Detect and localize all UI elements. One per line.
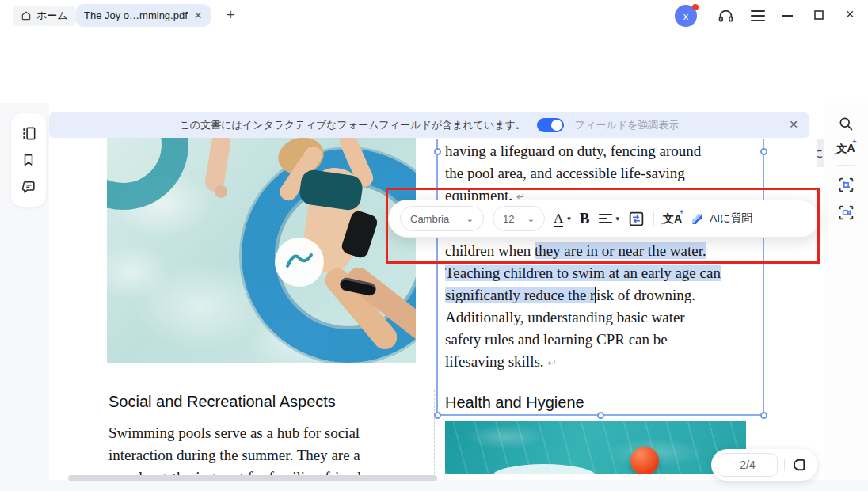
edit-toolbar: すべて編集 T+ + + # AIに質問 xyxy=(0,68,868,103)
bookmarks-panel-icon[interactable] xyxy=(21,153,36,167)
annotation-red-rectangle xyxy=(386,188,820,264)
highlight-fields-toggle[interactable] xyxy=(537,118,564,132)
white-float xyxy=(493,464,596,474)
screen-record-icon[interactable] xyxy=(838,204,855,221)
document-tab[interactable]: The Joy o…mming.pdf ✕ xyxy=(76,4,211,27)
selected-text: significantly reduce the r xyxy=(445,287,595,303)
page-indicator[interactable]: 2/4 xyxy=(718,453,778,477)
capture-area-icon[interactable] xyxy=(838,177,855,193)
pool-photo[interactable] xyxy=(107,136,416,363)
paragraph-line[interactable]: Teaching children to swim at an early ag… xyxy=(445,262,721,284)
thumbnails-panel-icon[interactable] xyxy=(21,126,36,141)
document-tab-title: The Joy o…mming.pdf xyxy=(84,10,188,21)
horizontal-scrollbar[interactable] xyxy=(68,475,437,481)
toggle-label: フィールドを強調表示 xyxy=(575,118,680,132)
comments-panel-icon[interactable] xyxy=(21,180,36,195)
paragraph-line[interactable]: significantly reduce the risk of drownin… xyxy=(445,284,695,306)
form-fields-banner: この文書にはインタラクティブなフォームフィールドが含まれています。 フィールドを… xyxy=(49,112,809,138)
swimmer-arm xyxy=(204,136,231,192)
tab-close-icon[interactable]: ✕ xyxy=(194,10,203,21)
float-ring-corner xyxy=(107,136,188,210)
selection-border-right[interactable] xyxy=(763,139,764,415)
banner-message: この文書にはインタラクティブなフォームフィールドが含まれています。 xyxy=(180,118,526,132)
viewport-bottom-strip xyxy=(0,480,868,491)
pool-water-photo[interactable] xyxy=(445,421,746,474)
banner-close-icon[interactable]: ✕ xyxy=(789,118,798,131)
home-icon xyxy=(21,10,32,21)
selection-handle[interactable] xyxy=(760,412,767,419)
support-headset-icon[interactable] xyxy=(718,8,734,25)
translate-icon[interactable]: 文A+⌐ xyxy=(836,143,855,154)
app-menu-icon[interactable] xyxy=(751,10,765,22)
selection-handle[interactable] xyxy=(434,412,441,419)
minimize-icon[interactable] xyxy=(782,15,793,17)
new-tab-button[interactable]: + xyxy=(222,6,239,24)
left-heading[interactable]: Social and Recreational Aspects xyxy=(108,393,336,411)
right-heading[interactable]: Health and Hygiene xyxy=(445,394,584,412)
paragraph-line[interactable]: the pool area, and accessible life-savin… xyxy=(445,162,685,185)
selection-border-left[interactable] xyxy=(436,139,438,415)
page-navigator: 2/4 xyxy=(711,449,817,481)
back-to-view-icon[interactable] xyxy=(791,457,807,473)
paragraph-line[interactable]: safety rules and learning CPR can be xyxy=(445,329,668,351)
toggle-knob xyxy=(551,120,562,131)
red-ball xyxy=(630,447,659,474)
selection-handle[interactable] xyxy=(597,412,604,419)
close-window-icon[interactable]: × xyxy=(846,6,855,23)
paragraph-line[interactable]: Swimming pools serve as a hub for social xyxy=(108,422,360,444)
divider xyxy=(784,459,785,471)
notification-dot xyxy=(692,4,699,10)
selected-text: Teaching children to swim at an early ag… xyxy=(445,265,721,281)
left-sidebar xyxy=(11,113,46,207)
right-sidebar: 文A+⌐ xyxy=(824,103,868,491)
pdf-editor-window: ホーム The Joy o…mming.pdf ✕ + x × ファイル ▾ ホ… xyxy=(0,0,868,491)
avatar-initial: x xyxy=(683,10,689,22)
paragraph-mark: ↵ xyxy=(547,357,557,369)
swimmer-hand xyxy=(215,185,227,198)
search-icon[interactable] xyxy=(838,116,854,131)
maximize-icon[interactable] xyxy=(814,10,824,20)
paragraph-line[interactable]: lifesaving skills. ↵ xyxy=(445,351,557,373)
paragraph-line[interactable]: having a lifeguard on duty, fencing arou… xyxy=(445,140,701,162)
home-tab-label: ホーム xyxy=(36,9,68,23)
paragraph-line[interactable]: interaction during the summer. They are … xyxy=(108,444,360,466)
home-tab-button[interactable]: ホーム xyxy=(13,6,76,26)
divider xyxy=(837,165,855,166)
menu-bar: ファイル ▾ ホーム 注釈 編集 変換 ページ 保護 フォーム ツール xyxy=(0,33,868,68)
wave-logo xyxy=(275,238,324,287)
selection-handle[interactable] xyxy=(434,148,441,155)
selection-handle[interactable] xyxy=(760,148,767,155)
title-bar: ホーム The Joy o…mming.pdf ✕ + x × xyxy=(0,0,868,33)
paragraph-line[interactable]: Additionally, understanding basic water xyxy=(445,306,685,329)
